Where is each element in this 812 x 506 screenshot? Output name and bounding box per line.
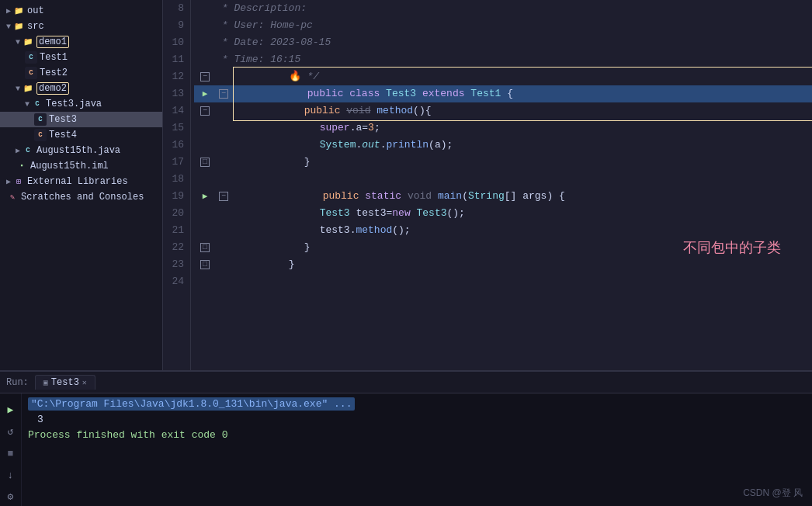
code-content[interactable]: * Description: * User: Home-pc * Date: 2… xyxy=(191,0,812,370)
run-tab-active[interactable]: ▣ Test3 ✕ xyxy=(35,375,95,390)
sidebar-item-label: Test4 xyxy=(49,130,77,140)
sidebar-item-Test1[interactable]: C Test1 xyxy=(0,50,162,65)
run-label: Run: xyxy=(6,377,29,388)
sidebar-item-demo2[interactable]: ▼ 📁 demo2 xyxy=(0,81,162,96)
sidebar-item-label: Test3 xyxy=(49,114,77,125)
sidebar-item-Test3java[interactable]: ▼ C Test3.java xyxy=(0,96,162,112)
java-icon: C xyxy=(31,98,43,110)
gutter-12: − xyxy=(194,72,216,81)
sidebar-item-label: src xyxy=(27,21,44,32)
folder-icon: 📁 xyxy=(22,82,34,95)
sidebar-item-scratches[interactable]: ✎ Scratches and Consoles xyxy=(0,189,162,205)
terminal-output-text: 3 xyxy=(37,414,43,425)
arrow-icon: ▼ xyxy=(25,100,29,109)
fold-icon-23[interactable]: □ xyxy=(200,260,210,269)
sidebar: ▶ 📁 out ▼ 📁 src ▼ 📁 demo1 C Test1 C Test… xyxy=(0,0,163,370)
arrow-icon: ▶ xyxy=(6,6,11,16)
sidebar-item-out[interactable]: ▶ 📁 out xyxy=(0,3,162,19)
class-icon: C xyxy=(25,51,37,64)
arrow-icon: ▼ xyxy=(16,85,20,93)
code-line-24 xyxy=(194,273,812,290)
fold-icon[interactable]: − xyxy=(200,72,210,81)
sidebar-item-label: Scratches and Consoles xyxy=(21,192,144,203)
sidebar-item-demo1[interactable]: ▼ 📁 demo1 xyxy=(0,34,162,50)
gutter-17: □ xyxy=(194,158,216,167)
terminal-cmd-text: "C:\Program Files\Java\jdk1.8.0_131\bin\… xyxy=(28,397,355,411)
sidebar-item-extlibs[interactable]: ▶ ⊞ External Libraries xyxy=(0,174,162,189)
run-buttons: ▶ ↺ ■ ↓ ⚙ 🖨 xyxy=(2,397,19,506)
iml-icon: ▪ xyxy=(16,160,28,172)
line-numbers: 8 9 10 11 12 13 14 15 16 17 18 19 20 21 … xyxy=(163,0,191,370)
code-text-8: * Description: xyxy=(216,0,812,17)
main-area: ▶ 📁 out ▼ 📁 src ▼ 📁 demo1 C Test1 C Test… xyxy=(0,0,812,370)
scratch-icon: ✎ xyxy=(6,191,19,203)
java-icon: C xyxy=(22,144,34,157)
run-content: ▶ ↺ ■ ↓ ⚙ 🖨 "C:\Program Files\Java\jdk1.… xyxy=(0,393,812,506)
code-line-9: * User: Home-pc xyxy=(194,17,812,34)
folder-icon: 📁 xyxy=(22,36,34,48)
run-rerun-button[interactable]: ↺ xyxy=(2,423,19,440)
gutter-22: □ xyxy=(194,243,216,252)
terminal-output: "C:\Program Files\Java\jdk1.8.0_131\bin\… xyxy=(22,393,812,506)
sidebar-item-aug15java[interactable]: ▶ C August15th.java xyxy=(0,143,162,158)
code-text-10: * Date: 2023-08-15 xyxy=(216,34,812,51)
run-scroll-button[interactable]: ↓ xyxy=(2,466,19,483)
terminal-line-2: 3 xyxy=(37,412,806,428)
class-icon: C xyxy=(25,67,37,79)
gutter-23: □ xyxy=(194,260,216,269)
fold-icon-17[interactable]: □ xyxy=(200,158,210,167)
editor: 8 9 10 11 12 13 14 15 16 17 18 19 20 21 … xyxy=(163,0,812,370)
sidebar-item-label: August15th.iml xyxy=(30,161,109,172)
code-line-10: * Date: 2023-08-15 xyxy=(194,34,812,51)
code-area: 8 9 10 11 12 13 14 15 16 17 18 19 20 21 … xyxy=(163,0,812,370)
folder-icon: 📁 xyxy=(12,20,25,33)
run-play-button[interactable]: ▶ xyxy=(2,401,19,418)
lib-icon: ⊞ xyxy=(12,175,25,188)
class-icon: C xyxy=(34,113,47,126)
terminal-icon: ▣ xyxy=(43,378,48,387)
run-tab-bar: Run: ▣ Test3 ✕ xyxy=(0,372,812,393)
fold-icon-14[interactable]: − xyxy=(200,106,210,116)
terminal-line-3: Process finished with exit code 0 xyxy=(28,428,806,443)
code-line-17: □ } xyxy=(194,154,812,171)
sidebar-item-Test4[interactable]: C Test4 xyxy=(0,127,162,143)
run-stop-button[interactable]: ■ xyxy=(2,445,19,462)
run-tab-label: Test3 xyxy=(51,377,79,388)
arrow-icon: ▼ xyxy=(6,23,11,31)
arrow-icon: ▼ xyxy=(16,38,20,47)
sidebar-item-label: Test3.java xyxy=(46,99,102,109)
run-arrow-icon-19: ▶ xyxy=(203,188,208,205)
sidebar-item-label: External Libraries xyxy=(27,176,128,187)
code-line-23: □ } xyxy=(194,256,812,273)
folder-icon: 📁 xyxy=(12,5,25,17)
sidebar-item-label: demo2 xyxy=(36,82,69,95)
run-arrow-icon: ▶ xyxy=(203,85,208,102)
sidebar-item-label: Test1 xyxy=(40,52,68,63)
class-icon: C xyxy=(34,129,47,141)
sidebar-item-label: out xyxy=(27,5,44,16)
code-line-8: * Description: xyxy=(194,0,812,17)
bottom-panel: Run: ▣ Test3 ✕ ▶ ↺ ■ ↓ ⚙ 🖨 "C:\Program F… xyxy=(0,370,812,506)
code-text-9: * User: Home-pc xyxy=(216,17,812,34)
sidebar-item-Test2[interactable]: C Test2 xyxy=(0,65,162,81)
terminal-success-text: Process finished with exit code 0 xyxy=(28,429,227,441)
fold-icon-22[interactable]: □ xyxy=(200,243,210,252)
sidebar-item-Test3[interactable]: C Test3 xyxy=(0,112,162,127)
tab-close-button[interactable]: ✕ xyxy=(82,378,87,387)
arrow-icon: ▶ xyxy=(6,177,11,186)
sidebar-item-src[interactable]: ▼ 📁 src xyxy=(0,19,162,34)
terminal-line-1: "C:\Program Files\Java\jdk1.8.0_131\bin\… xyxy=(28,397,806,412)
run-sidebar: ▶ ↺ ■ ↓ ⚙ 🖨 xyxy=(0,393,22,506)
csdn-watermark: CSDN @登 风 xyxy=(743,487,803,500)
sidebar-item-label: demo1 xyxy=(36,36,69,48)
sidebar-item-label: August15th.java xyxy=(36,145,120,156)
sidebar-item-label: Test2 xyxy=(40,68,68,78)
run-settings-button[interactable]: ⚙ xyxy=(2,488,19,505)
arrow-icon: ▶ xyxy=(16,146,20,155)
gutter-14: − xyxy=(194,106,216,116)
sidebar-item-aug15iml[interactable]: ▪ August15th.iml xyxy=(0,158,162,174)
